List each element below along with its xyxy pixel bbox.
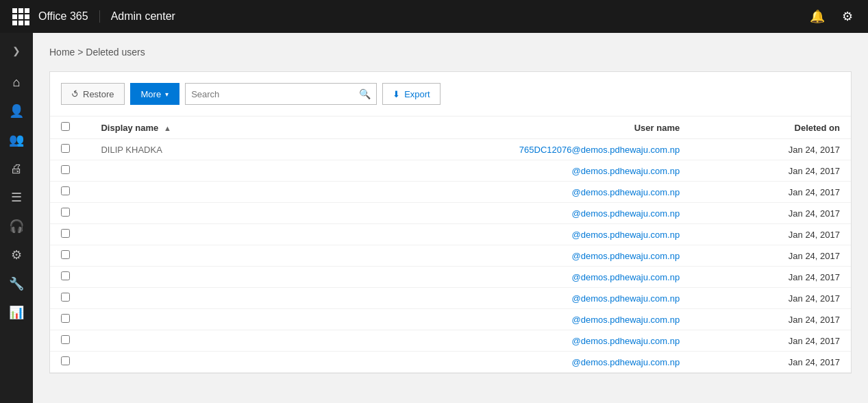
chevron-down-icon: ▾: [165, 90, 169, 98]
restore-button[interactable]: ↺ Restore: [61, 83, 125, 105]
row-display-name: [90, 330, 370, 352]
sidebar-item-users[interactable]: 👤: [3, 97, 30, 125]
sidebar-item-reports[interactable]: 📊: [3, 299, 30, 326]
breadcrumb-home[interactable]: Home: [49, 47, 75, 58]
search-input[interactable]: [191, 89, 355, 99]
sidebar-item-settings[interactable]: ⚙: [3, 241, 30, 269]
export-button[interactable]: ⬇ Export: [382, 83, 441, 105]
row-checkbox[interactable]: [61, 356, 70, 365]
row-username: @demos.pdhewaju.com.np: [371, 182, 691, 203]
export-label: Export: [404, 89, 430, 99]
display-name-label: Display name: [101, 123, 158, 133]
settings-icon[interactable]: ⚙: [835, 4, 860, 29]
more-label: More: [141, 89, 162, 99]
apps-icon[interactable]: [8, 4, 33, 29]
group-icon: 👥: [9, 132, 24, 147]
reports-icon: 📊: [9, 305, 24, 320]
row-deleted-on: Jan 24, 2017: [691, 288, 851, 309]
restore-label: Restore: [83, 89, 114, 99]
deleted-users-table: Display name ▲ User name Deleted on DILI…: [50, 117, 851, 373]
row-username: @demos.pdhewaju.com.np: [371, 267, 691, 288]
row-checkbox[interactable]: [61, 208, 70, 217]
row-deleted-on: Jan 24, 2017: [691, 160, 851, 182]
search-box: 🔍: [185, 83, 377, 105]
row-display-name: [90, 288, 370, 309]
row-checkbox-cell: [50, 245, 90, 267]
row-display-name: [90, 309, 370, 330]
table-row: @demos.pdhewaju.com.np Jan 24, 2017: [50, 330, 851, 352]
select-all-header: [50, 117, 90, 139]
row-deleted-on: Jan 24, 2017: [691, 352, 851, 373]
sidebar: ❯ ⌂ 👤 👥 🖨 ☰ 🎧 ⚙ 🔧 📊: [0, 33, 33, 403]
content-panel: ↺ Restore More ▾ 🔍 ⬇ Export: [49, 71, 852, 374]
sort-asc-icon: ▲: [164, 124, 171, 132]
row-username: @demos.pdhewaju.com.np: [371, 330, 691, 352]
resources-icon: 🖨: [10, 162, 23, 176]
row-display-name: DILIP KHADKA: [90, 139, 370, 160]
support-icon: 🎧: [9, 219, 24, 234]
row-display-name: [90, 182, 370, 203]
row-checkbox[interactable]: [61, 250, 70, 259]
more-button[interactable]: More ▾: [130, 83, 180, 105]
search-icon: 🔍: [359, 88, 371, 99]
row-checkbox-cell: [50, 309, 90, 330]
sidebar-item-tools[interactable]: 🔧: [3, 270, 30, 297]
row-display-name: [90, 203, 370, 224]
row-checkbox-cell: [50, 330, 90, 352]
topbar-icons: 🔔 ⚙: [805, 4, 860, 29]
row-checkbox[interactable]: [61, 335, 70, 344]
toolbar: ↺ Restore More ▾ 🔍 ⬇ Export: [50, 83, 851, 117]
row-display-name: [90, 160, 370, 182]
row-checkbox-cell: [50, 267, 90, 288]
breadcrumb-separator: >: [77, 47, 83, 58]
table-header-row: Display name ▲ User name Deleted on: [50, 117, 851, 139]
select-all-checkbox[interactable]: [61, 122, 70, 131]
table-row: @demos.pdhewaju.com.np Jan 24, 2017: [50, 267, 851, 288]
row-deleted-on: Jan 24, 2017: [691, 309, 851, 330]
display-name-header[interactable]: Display name ▲: [90, 117, 370, 139]
row-checkbox[interactable]: [61, 186, 70, 195]
table-row: @demos.pdhewaju.com.np Jan 24, 2017: [50, 224, 851, 245]
row-username: @demos.pdhewaju.com.np: [371, 203, 691, 224]
row-username: @demos.pdhewaju.com.np: [371, 245, 691, 267]
row-deleted-on: Jan 24, 2017: [691, 224, 851, 245]
row-checkbox[interactable]: [61, 144, 70, 153]
sidebar-item-home[interactable]: ⌂: [3, 69, 30, 96]
row-display-name: [90, 245, 370, 267]
sidebar-toggle[interactable]: ❯: [3, 38, 30, 63]
layout: ❯ ⌂ 👤 👥 🖨 ☰ 🎧 ⚙ 🔧 📊 Home: [0, 33, 868, 403]
row-username: @demos.pdhewaju.com.np: [371, 288, 691, 309]
sidebar-item-billing[interactable]: ☰: [3, 184, 30, 211]
sidebar-item-support[interactable]: 🎧: [3, 212, 30, 240]
sidebar-item-resources[interactable]: 🖨: [3, 155, 30, 182]
row-checkbox-cell: [50, 224, 90, 245]
topbar: Office 365 Admin center 🔔 ⚙: [0, 0, 868, 33]
row-display-name: [90, 267, 370, 288]
row-checkbox[interactable]: [61, 293, 70, 302]
row-checkbox[interactable]: [61, 271, 70, 280]
table-row: @demos.pdhewaju.com.np Jan 24, 2017: [50, 245, 851, 267]
row-checkbox-cell: [50, 139, 90, 160]
notification-icon[interactable]: 🔔: [805, 4, 830, 29]
breadcrumb-current: Deleted users: [86, 47, 145, 58]
table-row: @demos.pdhewaju.com.np Jan 24, 2017: [50, 352, 851, 373]
row-display-name: [90, 352, 370, 373]
tools-icon: 🔧: [9, 276, 24, 291]
table-row: @demos.pdhewaju.com.np Jan 24, 2017: [50, 309, 851, 330]
row-checkbox[interactable]: [61, 165, 70, 174]
export-arrow-icon: ⬇: [393, 89, 400, 99]
row-username: @demos.pdhewaju.com.np: [371, 160, 691, 182]
row-checkbox-cell: [50, 288, 90, 309]
row-deleted-on: Jan 24, 2017: [691, 267, 851, 288]
deleted-on-header[interactable]: Deleted on: [691, 117, 851, 139]
grid-dots: [12, 8, 29, 25]
row-deleted-on: Jan 24, 2017: [691, 182, 851, 203]
breadcrumb: Home > Deleted users: [49, 47, 852, 58]
sidebar-item-groups[interactable]: 👥: [3, 126, 30, 154]
page-heading: Admin center: [111, 10, 805, 23]
row-checkbox-cell: [50, 160, 90, 182]
main-content: Home > Deleted users ↺ Restore More ▾ 🔍: [33, 33, 868, 403]
row-checkbox[interactable]: [61, 229, 70, 238]
username-header[interactable]: User name: [371, 117, 691, 139]
row-checkbox[interactable]: [61, 314, 70, 323]
